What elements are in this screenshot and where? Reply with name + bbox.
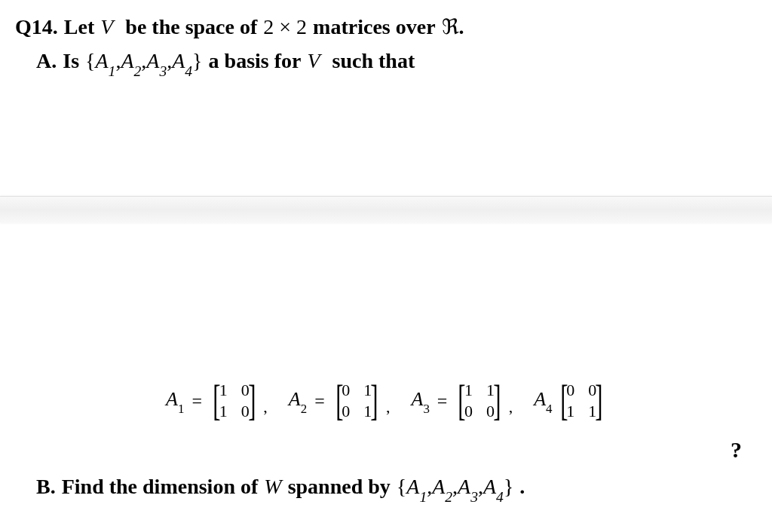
question-block: Q14. Let V be the space of 2 × 2 matrice…: [0, 0, 772, 90]
matrix-A3-cells: 11 00: [464, 381, 495, 421]
matrix-A3: A3 = [ 11 00 ] ,: [412, 381, 513, 421]
text-a-basis-for: a basis for: [209, 46, 302, 75]
text-find-dimension: Find the dimension of: [62, 475, 259, 499]
part-b-label: B.: [36, 475, 56, 499]
matrix-A4: A4 [ 00 11 ]: [534, 381, 606, 421]
var-V-2: V: [307, 46, 320, 75]
A2-sym: A2: [121, 46, 141, 78]
question-number: Q14.: [15, 12, 58, 41]
matrix-A2-cells: 01 01: [342, 381, 372, 421]
left-bracket-icon: [: [213, 386, 220, 415]
text-spanned-by: spanned by: [288, 475, 391, 499]
text-matrices-over: matrices over: [313, 12, 435, 41]
part-a-label: A.: [36, 46, 57, 75]
matrix-A2: A2 = [ 01 01 ] ,: [289, 381, 391, 421]
left-bracket-icon: [: [335, 386, 343, 415]
B-A3: A3: [458, 475, 478, 503]
dim-2x2: 2 × 2: [263, 12, 307, 41]
var-W: W: [264, 475, 281, 499]
left-bracket-icon: [: [560, 386, 568, 415]
left-bracket-icon: [: [458, 386, 466, 415]
right-bracket-icon: ]: [595, 386, 602, 415]
B-A1: A1: [406, 475, 427, 503]
matrices-row: A1 = [ 10 10 ] , A2 = [ 01 01 ] , A3 =: [0, 381, 772, 421]
field-R: ℜ: [442, 12, 459, 41]
word-is: Is: [63, 46, 79, 75]
text-let: Let: [64, 12, 94, 41]
period-b: .: [519, 475, 525, 499]
question-mark: ?: [731, 437, 742, 463]
set-open-b: {: [397, 475, 406, 499]
text-be-the-space: be the space of: [125, 12, 257, 41]
part-a-line: A. Is { A1 , A2 , A3 , A4 } a basis for …: [36, 46, 757, 78]
set-close-b: }: [504, 475, 513, 499]
question-line: Q14. Let V be the space of 2 × 2 matrice…: [15, 12, 757, 41]
B-A2: A2: [432, 475, 452, 503]
A1-sym: A1: [95, 46, 115, 78]
matrix-A1-cells: 10 10: [219, 381, 250, 421]
var-V: V: [100, 12, 113, 41]
right-bracket-icon: ]: [371, 386, 378, 415]
matrix-A1: A1 = [ 10 10 ] ,: [166, 381, 268, 421]
right-bracket-icon: ]: [248, 386, 256, 415]
separator-band: [0, 196, 772, 223]
matrix-A4-cells: 00 11: [566, 381, 596, 421]
period: .: [459, 12, 464, 41]
A4-sym: A4: [172, 46, 192, 78]
right-bracket-icon: ]: [493, 386, 501, 415]
set-open: {: [85, 46, 95, 75]
text-such-that: such that: [332, 46, 415, 75]
A3-sym: A3: [146, 46, 167, 78]
part-b-line: B. Find the dimension of W spanned by { …: [36, 475, 525, 503]
B-A4: A4: [483, 475, 504, 503]
set-close: }: [192, 46, 202, 75]
